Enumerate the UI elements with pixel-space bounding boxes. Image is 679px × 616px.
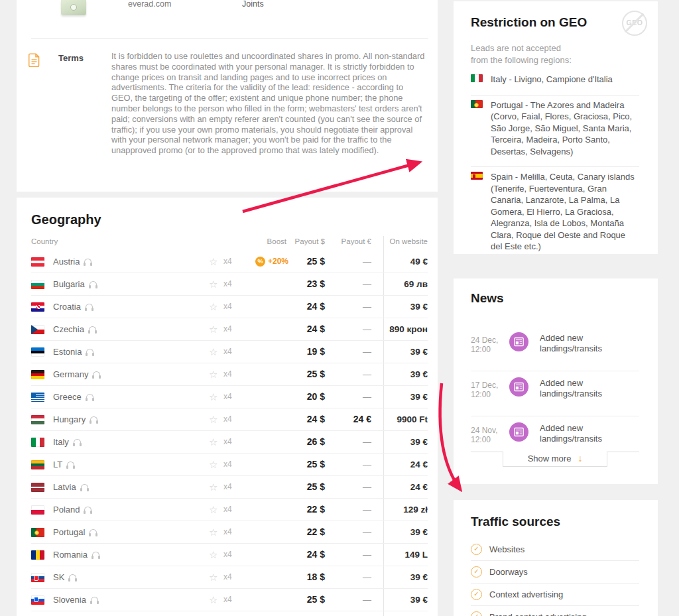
- list-item: Websites: [471, 538, 639, 561]
- country-name: Austria: [53, 251, 93, 273]
- multiplier-label: x4: [223, 408, 232, 430]
- star-outline-icon[interactable]: [209, 521, 217, 543]
- headset-icon[interactable]: [90, 529, 98, 535]
- headset-icon[interactable]: [86, 349, 95, 355]
- on-website-value: 24 €: [355, 476, 428, 498]
- country-flag-icon: [471, 172, 483, 180]
- table-row: Germany x4 25 $ — 39 €: [31, 363, 428, 386]
- payout-usd-value: 18 $: [278, 566, 325, 588]
- country-name: Poland: [53, 499, 93, 521]
- show-more-button[interactable]: Show more↓: [503, 452, 607, 467]
- multiplier-label: x4: [223, 476, 232, 498]
- country-name: SK: [53, 566, 78, 588]
- star-outline-icon[interactable]: [209, 454, 217, 475]
- on-website-value: 149 L: [355, 544, 428, 566]
- star-outline-icon[interactable]: [209, 386, 217, 408]
- multiplier-label: x4: [223, 363, 232, 385]
- headset-icon[interactable]: [90, 416, 99, 422]
- country-flag-icon: [31, 573, 44, 582]
- newspaper-icon: [509, 422, 528, 442]
- multiplier-label: x4: [223, 386, 232, 408]
- headset-icon[interactable]: [86, 304, 94, 310]
- payout-usd-value: 20 $: [278, 386, 325, 408]
- headset-icon[interactable]: [81, 484, 90, 490]
- star-outline-icon[interactable]: [209, 476, 217, 498]
- table-row: Portugal x4 22 $ — 39 €: [31, 521, 428, 544]
- news-title: News: [471, 291, 504, 306]
- country-flag-icon: [31, 483, 44, 492]
- country-flag-icon: [471, 74, 483, 82]
- terms-text: It is forbidden to use roulettes and unc…: [111, 51, 426, 156]
- headset-icon[interactable]: [74, 439, 82, 445]
- multiplier-label: x4: [223, 499, 232, 521]
- restriction-region-text: Portugal - The Azores and Madeira (Corvo…: [491, 99, 639, 158]
- on-website-value: 39 €: [355, 521, 428, 543]
- offer-page: everad.com Joints Terms It is forbidden …: [0, 0, 679, 616]
- star-outline-icon[interactable]: [209, 589, 217, 611]
- table-row: Hungary x4 24 $ 24 € 9900 Ft: [31, 408, 428, 431]
- traffic-source-label: Websites: [489, 538, 525, 560]
- list-item: Italy - Livigno, Campione d'Italia: [471, 70, 639, 95]
- country-name: Croatia: [53, 296, 94, 318]
- star-outline-icon[interactable]: [209, 363, 217, 385]
- news-text: Added new landings/transits: [540, 333, 618, 354]
- on-website-value: 69 лв: [355, 273, 428, 295]
- country-name: LT: [53, 454, 76, 475]
- star-outline-icon[interactable]: [209, 566, 217, 588]
- check-circle-icon: [471, 544, 482, 555]
- country-flag-icon: [31, 505, 44, 515]
- payout-usd-value: 24 $: [278, 296, 325, 318]
- headset-icon[interactable]: [89, 326, 97, 332]
- multiplier-label: x4: [223, 544, 232, 566]
- col-payout-usd: Payout $: [278, 237, 325, 245]
- list-item: Brand context advertising: [471, 606, 639, 616]
- offer-site-link[interactable]: everad.com: [128, 0, 171, 9]
- col-country: Country: [31, 237, 58, 245]
- on-website-value: 39 €: [355, 589, 428, 611]
- news-date: 17 Dec, 12:00: [471, 381, 503, 399]
- star-outline-icon[interactable]: [209, 499, 217, 521]
- country-flag-icon: [31, 438, 44, 447]
- headset-icon[interactable]: [93, 371, 101, 377]
- headset-icon[interactable]: [91, 597, 99, 603]
- check-circle-icon: [471, 611, 482, 616]
- show-more-container: Show more↓: [471, 452, 639, 467]
- payout-usd-value: 25 $: [278, 589, 325, 611]
- star-outline-icon[interactable]: [209, 408, 217, 430]
- star-outline-icon[interactable]: [209, 251, 217, 273]
- star-outline-icon[interactable]: [209, 341, 217, 363]
- headset-icon[interactable]: [84, 259, 93, 265]
- headset-icon[interactable]: [86, 394, 95, 400]
- payout-usd-value: 24 $: [278, 544, 325, 566]
- table-row: Greece x4 20 $ — 39 €: [31, 386, 428, 408]
- headset-icon[interactable]: [90, 281, 98, 287]
- on-website-value: 39 €: [355, 341, 428, 363]
- traffic-sources-list: Websites Doorways Context advertising Br…: [471, 538, 639, 616]
- headset-icon[interactable]: [69, 574, 78, 580]
- traffic-sources-title: Traffic sources: [471, 515, 560, 529]
- payout-usd-value: 19 $: [278, 341, 325, 363]
- headset-icon[interactable]: [84, 507, 93, 513]
- newspaper-icon: [509, 332, 528, 351]
- star-outline-icon[interactable]: [209, 431, 217, 453]
- star-outline-icon[interactable]: [209, 296, 217, 318]
- down-arrow-icon: ↓: [578, 453, 582, 463]
- check-circle-icon: [471, 589, 482, 600]
- headset-icon[interactable]: [92, 552, 101, 558]
- geography-table: Austria x4 +20% 25 $ — 49 € Bulgaria x4: [31, 251, 428, 611]
- star-outline-icon[interactable]: [209, 318, 217, 340]
- star-outline-icon[interactable]: [209, 544, 217, 566]
- star-outline-icon[interactable]: [209, 273, 217, 295]
- list-item: 24 Dec, 12:00 Added new landings/transit…: [471, 326, 639, 371]
- list-item: Portugal - The Azores and Madeira (Corvo…: [471, 95, 639, 168]
- payout-usd-value: 23 $: [278, 273, 325, 295]
- country-flag-icon: [31, 325, 44, 334]
- headset-icon[interactable]: [67, 462, 76, 467]
- payout-usd-value: 25 $: [278, 251, 325, 273]
- product-image: [61, 0, 86, 15]
- country-flag-icon: [31, 415, 44, 424]
- multiplier-label: x4: [223, 589, 232, 611]
- geography-panel: Geography Country Boost Payout $ Payout …: [17, 198, 438, 616]
- payout-usd-value: 22 $: [278, 521, 325, 543]
- offer-summary-panel: everad.com Joints Terms It is forbidden …: [17, 0, 438, 192]
